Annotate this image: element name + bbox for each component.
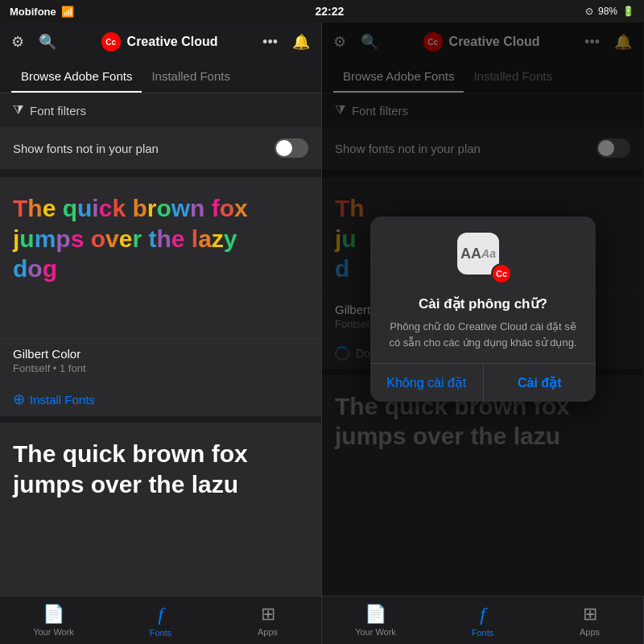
dialog-icon-container: AA Aa Cc [457, 233, 509, 284]
panels-container: ⚙ 🔍 Cc Creative Cloud ••• 🔔 Browse Adobe… [0, 23, 644, 644]
left-gilbert-text-line1: The quick brown fox [13, 193, 308, 224]
battery-icon: ⊙ [585, 6, 593, 17]
left-tabbar-fonts[interactable]: f Fonts [107, 597, 214, 644]
right-your-work-label: Your Work [355, 627, 396, 637]
dialog-adobe-badge: Cc [491, 263, 512, 284]
dialog-content: AA Aa Cc Cài đặt phông chữ? Phông chữ do… [370, 217, 596, 363]
left-apps-label: Apps [258, 627, 278, 637]
right-fonts-icon: f [480, 604, 485, 625]
time-display: 22:22 [315, 5, 344, 18]
left-nav-center: Cc Creative Cloud [101, 32, 218, 52]
right-fonts-label: Fonts [472, 628, 494, 638]
left-settings-icon[interactable]: ⚙ [11, 33, 24, 51]
left-tab-installed[interactable]: Installed Fonts [142, 61, 240, 93]
left-fonts-icon: f [158, 604, 163, 625]
left-nav-left-icons: ⚙ 🔍 [11, 33, 56, 51]
left-gilbert-text-line2: jumps over the lazy [13, 224, 308, 254]
left-filter-label: Font filters [30, 104, 86, 118]
left-font-card-2: The quick brown foxjumps over the lazu [0, 423, 321, 596]
left-tab-bar: 📄 Your Work f Fonts ⊞ Apps [0, 596, 321, 644]
right-tabbar-apps[interactable]: ⊞ Apps [536, 597, 643, 644]
dialog-confirm-button[interactable]: Cài đặt [483, 364, 597, 402]
wifi-icon: 📶 [61, 6, 74, 18]
dialog-buttons: Không cài đặt Cài đặt [370, 363, 596, 402]
left-nav-right-icons: ••• 🔔 [262, 33, 310, 51]
left-panel: ⚙ 🔍 Cc Creative Cloud ••• 🔔 Browse Adobe… [0, 23, 322, 644]
left-toggle-label: Show fonts not in your plan [13, 142, 159, 155]
left-fonts-label: Fonts [150, 628, 172, 638]
dialog-cancel-button[interactable]: Không cài đặt [370, 364, 483, 402]
status-left: Mobifone 📶 [10, 6, 74, 18]
left-gilbert-text-line3: dog [13, 254, 308, 284]
left-toggle-row: Show fonts not in your plan [0, 127, 321, 169]
right-apps-icon: ⊞ [583, 604, 597, 625]
left-app-name: Creative Cloud [127, 35, 218, 49]
left-font-meta: Gilbert Color Fontself • 1 font [0, 338, 321, 382]
left-filter-icon: ⧩ [13, 103, 23, 118]
install-font-dialog: AA Aa Cc Cài đặt phông chữ? Phông chữ do… [370, 217, 596, 402]
right-tab-bar: 📄 Your Work f Fonts ⊞ Apps [322, 596, 643, 644]
dialog-title: Cài đặt phông chữ? [383, 295, 583, 312]
right-apps-label: Apps [580, 627, 600, 637]
right-tabbar-fonts[interactable]: f Fonts [429, 597, 536, 644]
right-tabbar-your-work[interactable]: 📄 Your Work [322, 597, 429, 644]
dialog-overlay: AA Aa Cc Cài đặt phông chữ? Phông chữ do… [322, 23, 644, 596]
left-tab-browse[interactable]: Browse Adobe Fonts [11, 61, 142, 93]
battery-text: 98% [598, 6, 617, 17]
status-right: ⊙ 98% 🔋 [585, 6, 634, 17]
left-your-work-label: Your Work [33, 627, 74, 637]
left-toggle-switch[interactable] [275, 138, 308, 158]
left-install-button[interactable]: ⊕ Install Fonts [0, 382, 321, 416]
left-apps-icon: ⊞ [261, 604, 275, 625]
left-nav-bar: ⚙ 🔍 Cc Creative Cloud ••• 🔔 [0, 23, 321, 61]
left-font-card-1: The quick brown fox jumps over the lazy … [0, 177, 321, 416]
left-tabbar-your-work[interactable]: 📄 Your Work [0, 597, 107, 644]
left-font-preview: The quick brown fox jumps over the lazy … [0, 177, 321, 338]
status-bar: Mobifone 📶 22:22 ⊙ 98% 🔋 [0, 0, 644, 23]
left-font-name: Gilbert Color [13, 347, 308, 361]
left-bell-icon[interactable]: 🔔 [292, 33, 310, 51]
left-your-work-icon: 📄 [43, 604, 64, 625]
left-dark-font-preview: The quick brown foxjumps over the lazu [13, 439, 308, 499]
dialog-message: Phông chữ do Creative Cloud cài đặt sẽ c… [383, 319, 583, 350]
left-search-icon[interactable]: 🔍 [39, 33, 56, 51]
left-install-label: Install Fonts [30, 393, 95, 407]
left-install-plus-icon: ⊕ [13, 390, 25, 408]
carrier-text: Mobifone [10, 6, 56, 18]
battery-bar: 🔋 [622, 6, 634, 17]
left-adobe-logo: Cc [101, 32, 121, 52]
left-tabs: Browse Adobe Fonts Installed Fonts [0, 61, 321, 93]
left-more-icon[interactable]: ••• [262, 34, 278, 51]
right-your-work-icon: 📄 [365, 604, 386, 625]
left-font-sub: Fontself • 1 font [13, 362, 308, 374]
left-filter-bar[interactable]: ⧩ Font filters [0, 93, 321, 127]
left-tabbar-apps[interactable]: ⊞ Apps [214, 597, 321, 644]
